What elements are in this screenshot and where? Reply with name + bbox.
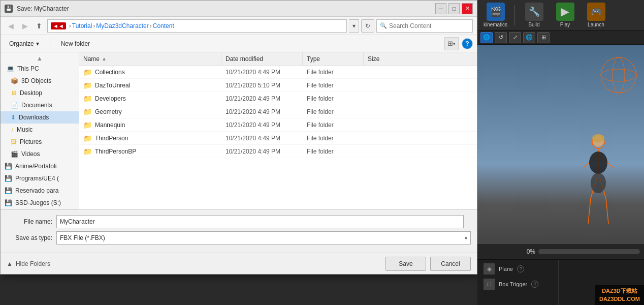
help-button[interactable]: ? (462, 38, 473, 49)
sidebar-label-music: Music (17, 126, 33, 133)
character-svg (573, 132, 624, 234)
close-button[interactable]: ✕ (462, 3, 473, 14)
table-row[interactable]: 📁 Developers 10/21/2020 4:49 PM File fol… (79, 92, 477, 105)
filename-label: File name: (7, 218, 52, 225)
file-type: File folder (303, 105, 364, 118)
file-type: File folder (303, 132, 364, 144)
address-path[interactable]: ◄◄ › Tutorial › MyDaz3dCharacter › Conte… (47, 19, 347, 33)
svg-point-8 (589, 151, 607, 174)
sidebar-item-music[interactable]: ♪ Music (1, 124, 79, 136)
file-type: File folder (303, 66, 364, 78)
toolbar-right: ⊞ ▾ ? (444, 37, 473, 50)
drive-icon-ssd: 💾 (5, 199, 12, 206)
plane-item[interactable]: ◈ Plane ? (481, 262, 554, 276)
organize-button[interactable]: Organize ▾ (5, 37, 44, 50)
maximize-button[interactable]: □ (448, 3, 460, 14)
table-row[interactable]: 📁 Geometry 10/21/2020 4:49 PM File folde… (79, 105, 477, 118)
build-icon: 🔧 (525, 3, 543, 21)
ue-vp-perspective[interactable]: 🌐 (480, 32, 493, 43)
boxtrigger-help[interactable]: ? (531, 281, 538, 288)
sidebar-item-thispc[interactable]: 💻 This PC (1, 63, 79, 75)
ue-vp-expand[interactable]: ⤢ (509, 32, 521, 43)
file-size (364, 118, 404, 131)
ue-tool-launch[interactable]: 🎮 Launch (582, 3, 610, 27)
bottom-form: File name: ▾ Save as type: FBX File (*.F… (1, 209, 477, 253)
table-row[interactable]: 📁 Mannequin 10/21/2020 4:49 PM File fold… (79, 118, 477, 132)
savetype-arrow: ▾ (465, 235, 467, 241)
sidebar-item-3dobjects[interactable]: 📦 3D Objects (1, 75, 79, 87)
path-content[interactable]: Content (153, 22, 174, 29)
svg-point-11 (592, 134, 604, 142)
up-button[interactable]: ⬆ (33, 20, 45, 32)
table-row[interactable]: 📁 DazToUnreal 10/21/2020 5:10 PM File fo… (79, 79, 477, 92)
folder-icon-pics: 🖼 (11, 138, 17, 145)
table-row[interactable]: 📁 Collections 10/21/2020 4:49 PM File fo… (79, 66, 477, 79)
new-folder-button[interactable]: New folder (56, 37, 94, 50)
file-type: File folder (303, 118, 364, 131)
sidebar-item-documents[interactable]: 📄 Documents (1, 99, 79, 111)
ue-vp-grid[interactable]: ⊞ (537, 32, 550, 43)
ue-tool-play[interactable]: ▶ Play (551, 3, 579, 27)
forward-button[interactable]: ▶ (19, 20, 31, 32)
file-date: 10/21/2020 4:49 PM (221, 132, 303, 144)
ue-viewport[interactable] (477, 45, 644, 244)
path-mydaz[interactable]: MyDaz3dCharacter (96, 22, 148, 29)
ue-panel-plane: ◈ Plane ? □ Box Trigger ? (477, 260, 559, 305)
folder-icon: 📁 (83, 81, 92, 89)
sidebar-item-downloads[interactable]: ⬇ Downloads (1, 111, 79, 124)
sidebar-item-videos[interactable]: 🎬 Videos (1, 148, 79, 160)
ue-tool-build[interactable]: 🔧 Build (520, 3, 548, 27)
ue-toolbar-sep (514, 5, 515, 25)
col-header-size[interactable]: Size (364, 52, 404, 65)
path-tutorial[interactable]: Tutorial (72, 22, 92, 29)
sidebar-scroll-up[interactable]: ▲ (1, 54, 79, 63)
file-name: ThirdPersonBP (95, 148, 136, 155)
path-dropdown[interactable]: ▾ (349, 19, 359, 33)
launch-label: Launch (588, 22, 604, 27)
back-button[interactable]: ◀ (5, 20, 17, 32)
file-date: 10/21/2020 4:49 PM (221, 118, 303, 131)
folder-icon-downloads: ⬇ (11, 114, 16, 121)
hide-folders-toggle[interactable]: ▲ Hide Folders (7, 260, 381, 267)
progress-text: 0% (527, 248, 535, 255)
save-button[interactable]: Save (385, 257, 426, 271)
sidebar-item-anime[interactable]: 💾 Anime/Portafoli (1, 160, 79, 172)
col-header-date[interactable]: Date modified (221, 52, 303, 65)
ue-tool-kinematics[interactable]: 🎬 kinematics (481, 3, 509, 27)
organize-label: Organize (9, 40, 34, 47)
col-header-type[interactable]: Type (303, 52, 364, 65)
ue-vp-rotate[interactable]: ↺ (495, 32, 507, 43)
save-dialog: 💾 Save: MyCharacter ─ □ ✕ ◀ ▶ ⬆ ◄◄ › Tut… (0, 0, 477, 274)
file-name: Developers (95, 95, 126, 102)
col-header-name[interactable]: Name ▲ (79, 52, 221, 65)
filename-input[interactable] (56, 215, 464, 228)
filename-row: File name: ▾ (7, 215, 471, 228)
sidebar-item-pictures[interactable]: 🖼 Pictures (1, 136, 79, 148)
sidebar-item-programs[interactable]: 💾 Programs/UE4 ( (1, 172, 79, 185)
sidebar-item-ssd[interactable]: 💾 SSD-Juegos (S:) (1, 197, 79, 209)
savetype-dropdown[interactable]: FBX File (*.FBX) ▾ (56, 231, 471, 245)
table-row[interactable]: 📁 ThirdPersonBP 10/21/2020 4:49 PM File … (79, 145, 477, 158)
hide-folders-arrow: ▲ (7, 260, 13, 267)
sidebar-item-reservado[interactable]: 💾 Reservado para (1, 185, 79, 197)
boxtrigger-item[interactable]: □ Box Trigger ? (481, 277, 554, 291)
minimize-button[interactable]: ─ (435, 3, 446, 14)
search-input[interactable] (389, 22, 469, 29)
folder-icon-3d: 📦 (11, 77, 18, 84)
ue-panel: 🎬 kinematics 🔧 Build ▶ Play 🎮 Launch 🌐 ↺… (477, 0, 644, 305)
view-button[interactable]: ⊞ ▾ (444, 37, 459, 50)
ue-viewport-bar: 🌐 ↺ ⤢ 🌐 ⊞ (477, 30, 644, 45)
ue-vp-world[interactable]: 🌐 (523, 32, 535, 43)
path-highlight: ◄◄ (51, 22, 66, 29)
folder-icon: 📁 (83, 134, 92, 142)
sidebar-label-desktop: Desktop (20, 89, 42, 97)
table-row[interactable]: 📁 ThirdPerson 10/21/2020 4:49 PM File fo… (79, 132, 477, 145)
sidebar-item-desktop[interactable]: 🖥 Desktop (1, 87, 79, 99)
plane-help[interactable]: ? (517, 265, 524, 272)
savetype-value: FBX File (*.FBX) (60, 234, 105, 241)
file-size (364, 145, 404, 158)
folder-icon-music: ♪ (11, 126, 14, 133)
cancel-button[interactable]: Cancel (430, 257, 471, 271)
refresh-button[interactable]: ↻ (361, 19, 374, 33)
file-size (364, 66, 404, 78)
